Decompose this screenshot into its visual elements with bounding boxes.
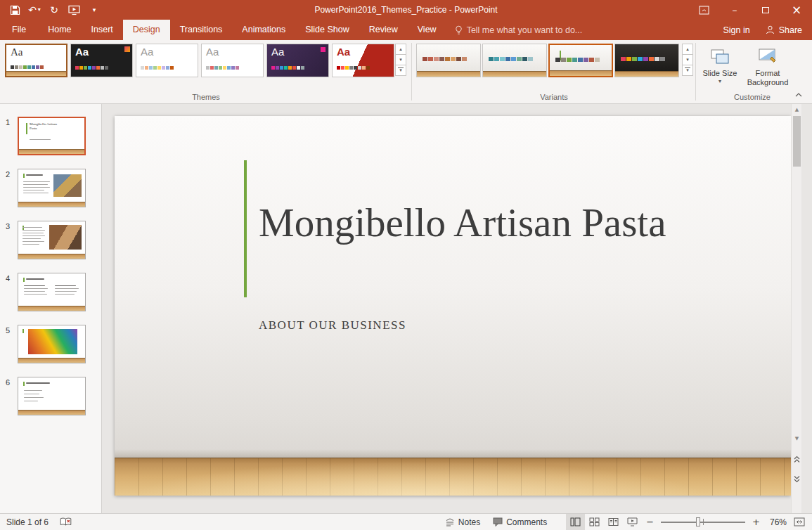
slide-show-view-button[interactable] bbox=[623, 514, 642, 530]
variant-palette bbox=[423, 57, 467, 61]
slide-thumbnail-6[interactable] bbox=[18, 377, 86, 415]
share-button[interactable]: Share bbox=[766, 25, 802, 35]
slide-thumbnail-2[interactable] bbox=[18, 169, 86, 207]
minimize-button[interactable]: – bbox=[719, 0, 750, 20]
maximize-button[interactable] bbox=[750, 0, 781, 20]
window-controls: – × bbox=[688, 0, 812, 20]
next-slide-button[interactable] bbox=[792, 471, 802, 486]
zoom-percentage[interactable]: 76% bbox=[764, 517, 790, 527]
collapse-ribbon-icon bbox=[795, 93, 802, 97]
theme-thumbnail-2[interactable]: Aa bbox=[70, 44, 133, 77]
save-icon[interactable] bbox=[6, 1, 24, 19]
tab-view[interactable]: View bbox=[408, 20, 446, 40]
slide-thumbnail-5[interactable] bbox=[18, 325, 86, 363]
customize-quick-access-button[interactable]: ▾ bbox=[84, 1, 103, 19]
theme-thumbnail-current[interactable]: Aa bbox=[5, 44, 67, 77]
notes-toggle-button[interactable]: Notes bbox=[439, 514, 486, 530]
scroll-down-button[interactable]: ▼ bbox=[792, 433, 802, 444]
zoom-in-button[interactable]: + bbox=[748, 517, 764, 527]
themes-scroll-down-button[interactable]: ▾ bbox=[395, 54, 406, 65]
close-button[interactable]: × bbox=[781, 0, 812, 20]
tab-insert[interactable]: Insert bbox=[82, 20, 123, 40]
theme-thumbnail-6[interactable]: Aa bbox=[332, 44, 394, 77]
next-slide-icon bbox=[794, 475, 800, 483]
tab-review[interactable]: Review bbox=[359, 20, 408, 40]
vertical-scrollbar[interactable]: ▲ ▼ bbox=[791, 104, 801, 513]
mini-accent-line bbox=[26, 123, 27, 134]
undo-dropdown-icon[interactable]: ▾ bbox=[38, 7, 41, 13]
slideshow-icon bbox=[68, 5, 80, 15]
spell-check-icon[interactable] bbox=[60, 517, 72, 526]
ribbon-tab-bar: File Home Insert Design Transitions Anim… bbox=[0, 20, 812, 40]
slide-indicator[interactable]: Slide 1 of 6 bbox=[6, 517, 49, 527]
slide-thumbnail-4[interactable] bbox=[18, 273, 86, 311]
slide-size-dropdown-icon: ▾ bbox=[718, 78, 721, 84]
titlebar: ↶ ▾ ↻ ▾ PowerPoint2016_Themes_Practice -… bbox=[0, 0, 812, 20]
tab-design[interactable]: Design bbox=[123, 20, 170, 40]
variant-thumbnail-3-selected[interactable] bbox=[548, 44, 613, 77]
slide-show-icon bbox=[627, 517, 638, 526]
normal-view-button[interactable] bbox=[566, 514, 585, 530]
themes-scroll-up-button[interactable]: ▴ bbox=[395, 44, 406, 55]
tab-file[interactable]: File bbox=[0, 20, 38, 40]
floor-shadow bbox=[115, 449, 791, 458]
slide-canvas[interactable]: Mongibello Artisan Pasta ABOUT OUR BUSIN… bbox=[115, 116, 791, 496]
theme-thumbnail-4[interactable]: Aa bbox=[201, 44, 264, 77]
previous-slide-icon bbox=[794, 455, 800, 463]
scroll-up-button[interactable]: ▲ bbox=[792, 104, 802, 115]
thumbnail-number: 5 bbox=[6, 326, 10, 335]
slide-thumbnail-panel[interactable]: 1 Mongibello Artisan Pasta 2 bbox=[0, 104, 102, 513]
variants-scroll-down-button[interactable]: ▾ bbox=[682, 54, 693, 65]
zoom-slider[interactable] bbox=[661, 514, 745, 530]
format-background-button[interactable]: Format Background bbox=[742, 43, 793, 99]
theme-wood-strip bbox=[6, 71, 66, 76]
theme-thumbnail-3[interactable]: Aa bbox=[136, 44, 198, 77]
comments-label: Comments bbox=[506, 517, 547, 527]
undo-icon: ↶ bbox=[28, 4, 37, 15]
reading-view-button[interactable] bbox=[604, 514, 623, 530]
lightbulb-icon bbox=[455, 25, 463, 35]
scrollbar-thumb[interactable] bbox=[793, 116, 801, 167]
collapse-ribbon-button[interactable] bbox=[791, 89, 806, 101]
zoom-slider-thumb[interactable] bbox=[696, 517, 700, 526]
slide-sorter-icon bbox=[589, 517, 600, 526]
repeat-button[interactable]: ↻ bbox=[45, 1, 63, 19]
previous-slide-button[interactable] bbox=[792, 451, 802, 467]
tab-transitions[interactable]: Transitions bbox=[170, 20, 233, 40]
tab-slide-show[interactable]: Slide Show bbox=[295, 20, 359, 40]
slide-title-text[interactable]: Mongibello Artisan Pasta bbox=[259, 198, 666, 248]
slide-size-button[interactable]: Slide Size ▾ bbox=[702, 43, 738, 99]
variant-thumbnail-2[interactable] bbox=[482, 44, 547, 77]
slide-thumbnail-3[interactable] bbox=[18, 221, 86, 259]
slide-editor-area[interactable]: Mongibello Artisan Pasta ABOUT OUR BUSIN… bbox=[102, 104, 801, 513]
variant-floor bbox=[550, 70, 612, 76]
mini-photo bbox=[28, 329, 77, 354]
mini-accent-line bbox=[23, 382, 25, 386]
variants-scroll-up-button[interactable]: ▴ bbox=[682, 44, 693, 55]
sign-in-link[interactable]: Sign in bbox=[723, 25, 749, 35]
slide-thumbnail-1[interactable]: Mongibello Artisan Pasta bbox=[18, 117, 86, 155]
close-icon: × bbox=[792, 3, 801, 17]
variant-thumbnail-4[interactable] bbox=[614, 44, 679, 77]
slide-sorter-view-button[interactable] bbox=[585, 514, 604, 530]
theme-thumbnail-5[interactable]: Aa bbox=[266, 44, 329, 77]
undo-button[interactable]: ↶ ▾ bbox=[25, 1, 44, 19]
customize-qat-icon: ▾ bbox=[93, 7, 96, 13]
tab-home[interactable]: Home bbox=[38, 20, 81, 40]
tell-me-box[interactable]: Tell me what you want to do... bbox=[455, 20, 583, 40]
comments-toggle-button[interactable]: Comments bbox=[486, 514, 553, 530]
zoom-slider-center-tick bbox=[703, 519, 704, 525]
slide-subtitle-text[interactable]: ABOUT OUR BUSINESS bbox=[259, 318, 406, 332]
theme-sample-text: Aa bbox=[141, 46, 153, 58]
mini-wood-floor bbox=[19, 149, 84, 154]
mini-title-line bbox=[26, 382, 50, 384]
variants-more-button[interactable]: ▾ bbox=[682, 65, 693, 76]
ribbon-display-options-button[interactable] bbox=[688, 0, 719, 20]
zoom-out-button[interactable]: − bbox=[642, 517, 658, 527]
fit-slide-to-window-button[interactable] bbox=[790, 514, 808, 530]
tab-animations[interactable]: Animations bbox=[232, 20, 295, 40]
variant-thumbnail-1[interactable] bbox=[416, 44, 481, 77]
themes-more-button[interactable]: ▾ bbox=[395, 65, 406, 76]
quick-access-toolbar: ↶ ▾ ↻ ▾ bbox=[0, 1, 103, 19]
start-from-beginning-button[interactable] bbox=[65, 1, 83, 19]
